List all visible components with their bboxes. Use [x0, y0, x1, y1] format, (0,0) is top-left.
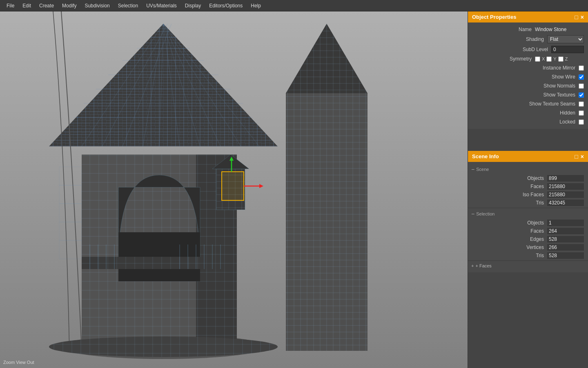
scene-tris-label: Tris [472, 200, 547, 206]
menu-help[interactable]: Help [247, 1, 264, 10]
panel-header-controls: □ × [575, 14, 584, 20]
prop-show-normals-label: Show Normals [472, 83, 579, 89]
symmetry-checkboxes: X Y Z [535, 56, 584, 62]
menu-selection[interactable]: Selection [115, 1, 141, 10]
prop-locked-row: Locked [468, 117, 588, 126]
faces-expand-label: + Faces [475, 263, 491, 268]
prop-show-texture-seams-checkbox[interactable] [579, 101, 584, 107]
prop-hidden-label: Hidden [472, 110, 579, 116]
svg-rect-33 [82, 257, 237, 269]
prop-instance-mirror-row: Instance Mirror [468, 63, 588, 72]
prop-show-texture-seams-row: Show Texture Seams [468, 99, 588, 108]
menu-file[interactable]: File [3, 1, 18, 10]
scene-section-label: Scene [476, 167, 489, 172]
prop-name-value: Window Stone [535, 27, 584, 32]
scene-info-header: Scene Info □ × [468, 151, 588, 162]
viewport[interactable]: Perspective 八人素材 RRCG 八人素材 RRCG 八人素材 RRC… [0, 11, 468, 368]
prop-locked-checkbox[interactable] [579, 119, 584, 125]
prop-name-label: Name [472, 27, 535, 32]
sel-edges-row: Edges 528 [468, 235, 588, 243]
prop-symmetry-row: Symmetry X Y Z [468, 54, 588, 63]
sel-objects-label: Objects [472, 220, 547, 226]
scene-info-minimize[interactable]: □ [575, 154, 578, 159]
object-properties-close[interactable]: × [581, 14, 584, 20]
symmetry-x-label: X [542, 56, 545, 62]
right-panel: Object Properties □ × Name Window Stone … [468, 11, 588, 368]
prop-show-wire-row: Show Wire [468, 72, 588, 81]
symmetry-y-checkbox[interactable] [546, 56, 552, 62]
sel-objects-row: Objects 1 [468, 219, 588, 227]
selection-separator: Selection [468, 209, 588, 219]
prop-show-texture-seams-label: Show Texture Seams [472, 101, 579, 107]
scene-info-header-controls: □ × [575, 154, 584, 159]
menu-display[interactable]: Display [182, 1, 204, 10]
sel-vertices-value: 266 [547, 244, 584, 251]
symmetry-z-label: Z [565, 56, 568, 62]
spacer [468, 130, 588, 151]
scene-iso-faces-label: Iso Faces [472, 192, 547, 197]
prop-subd-input[interactable] [551, 46, 584, 53]
prop-show-wire-checkbox[interactable] [579, 74, 584, 80]
menu-edit[interactable]: Edit [19, 1, 34, 10]
sel-edges-value: 528 [547, 236, 584, 242]
symmetry-x-checkbox[interactable] [535, 56, 540, 62]
scene-faces-row: Faces 215880 [468, 182, 588, 191]
prop-locked-label: Locked [472, 119, 579, 125]
menu-uvs-materials[interactable]: UVs/Materials [143, 1, 180, 10]
prop-shading-select[interactable]: Flat [547, 35, 584, 43]
object-properties-header: Object Properties □ × [468, 11, 588, 22]
divider-2 [468, 260, 588, 261]
prop-show-normals-checkbox[interactable] [579, 83, 584, 89]
menu-create[interactable]: Create [36, 1, 57, 10]
sel-faces-label: Faces [472, 228, 547, 234]
sel-faces-value: 264 [547, 228, 584, 234]
scene-iso-faces-value: 215880 [547, 191, 584, 198]
symmetry-y-label: Y [553, 56, 556, 62]
prop-shading-row: Shading Flat [468, 34, 588, 45]
symmetry-z-checkbox[interactable] [558, 56, 564, 62]
selection-section-label: Selection [476, 211, 494, 216]
object-properties-title: Object Properties [472, 14, 516, 20]
prop-subd-label: SubD Level [472, 47, 551, 52]
scene-tris-value: 432045 [547, 200, 584, 206]
sel-faces-row: Faces 264 [468, 227, 588, 235]
prop-instance-mirror-label: Instance Mirror [472, 65, 579, 71]
prop-instance-mirror-checkbox[interactable] [579, 65, 584, 71]
svg-rect-48 [222, 172, 244, 200]
prop-hidden-checkbox[interactable] [579, 110, 584, 116]
menubar: File Edit Create Modify Subdivision Sele… [0, 0, 588, 11]
scene-faces-label: Faces [472, 184, 547, 189]
prop-name-row: Name Window Stone [468, 25, 588, 34]
svg-rect-8 [286, 93, 368, 351]
scene-objects-row: Objects 899 [468, 174, 588, 182]
main-area: Perspective 八人素材 RRCG 八人素材 RRCG 八人素材 RRC… [0, 11, 588, 368]
prop-hidden-row: Hidden [468, 108, 588, 117]
scene-objects-value: 899 [547, 175, 584, 182]
scene-iso-faces-row: Iso Faces 215880 [468, 191, 588, 199]
prop-show-normals-row: Show Normals [468, 81, 588, 90]
scene-info-panel: Scene Info □ × Scene Objects 899 [468, 151, 588, 272]
svg-point-59 [49, 337, 278, 357]
prop-shading-label: Shading [472, 36, 547, 42]
scene-objects-label: Objects [472, 175, 547, 181]
object-properties-minimize[interactable]: □ [575, 14, 578, 20]
menu-editors-options[interactable]: Editors/Options [206, 1, 246, 10]
scene-info-title: Scene Info [472, 153, 499, 159]
sel-tris-label: Tris [472, 253, 547, 258]
prop-show-textures-row: Show Textures [468, 90, 588, 99]
object-properties-panel: Object Properties □ × Name Window Stone … [468, 11, 588, 129]
prop-show-wire-label: Show Wire [472, 74, 579, 80]
faces-expand[interactable]: + + Faces [468, 262, 588, 270]
menu-subdivision[interactable]: Subdivision [81, 1, 113, 10]
sel-vertices-label: Vertices [472, 245, 547, 250]
scene-svg [0, 11, 468, 368]
scene-background: Perspective 八人素材 RRCG 八人素材 RRCG 八人素材 RRC… [0, 11, 468, 368]
sel-tris-row: Tris 528 [468, 251, 588, 260]
scene-info-close[interactable]: × [581, 154, 584, 159]
prop-symmetry-label: Symmetry [472, 56, 535, 62]
sel-objects-value: 1 [547, 220, 584, 226]
menu-modify[interactable]: Modify [59, 1, 80, 10]
prop-show-textures-checkbox[interactable] [579, 92, 584, 98]
object-properties-content: Name Window Stone Shading Flat SubD Leve… [468, 22, 588, 129]
prop-show-textures-label: Show Textures [472, 92, 579, 98]
